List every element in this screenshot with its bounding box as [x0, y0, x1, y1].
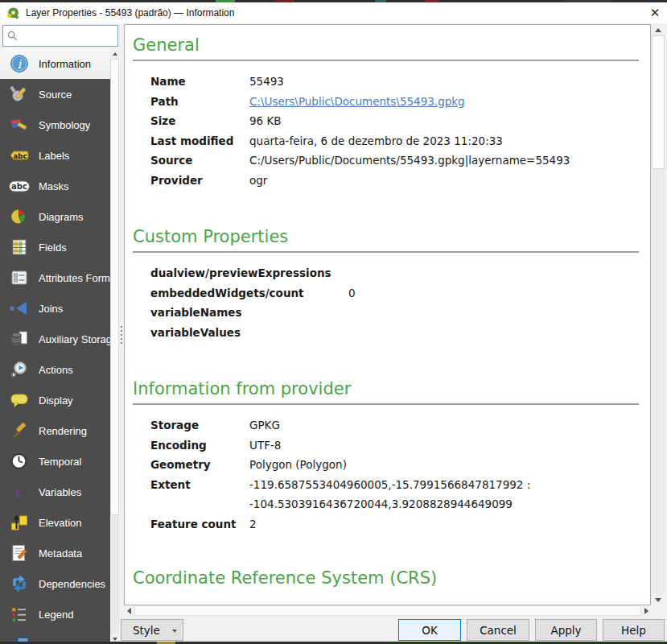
qgis-logo-icon: [6, 6, 20, 20]
sidebar-item-actions[interactable]: Actions: [0, 354, 110, 385]
custom-prop-row: variableNames: [133, 303, 639, 323]
masks-icon: abc: [7, 175, 31, 196]
cancel-button[interactable]: Cancel: [467, 619, 529, 641]
sidebar-item-temporal[interactable]: Temporal: [0, 446, 110, 477]
scroll-up-icon[interactable]: [652, 24, 665, 35]
properties-sidebar: i Information Source Symbology abc Label…: [0, 48, 110, 644]
custom-prop-row: embeddedWidgets/count 0: [133, 283, 639, 303]
sidebar-item-auxiliary-storage[interactable]: Auxiliary Storage: [0, 324, 110, 354]
auxiliary-storage-icon: [7, 328, 31, 349]
sidebar-scrollbar-thumb[interactable]: [110, 59, 119, 515]
scroll-up-icon[interactable]: [110, 48, 119, 59]
symbology-icon: [7, 114, 31, 135]
sidebar-item-symbology[interactable]: Symbology: [0, 109, 110, 140]
scroll-down-icon[interactable]: [652, 594, 665, 605]
content-hscrollbar[interactable]: [124, 605, 652, 616]
attributes-form-icon: [7, 267, 31, 288]
display-icon: [7, 390, 31, 411]
splitter-handle-icon: [121, 326, 122, 328]
sidebar-item-label: Auxiliary Storage: [39, 333, 110, 345]
info-row-size: Size 96 KB: [133, 111, 639, 131]
sidebar-item-label: Metadata: [39, 547, 82, 559]
content-hscrollbar-thumb[interactable]: [134, 605, 641, 616]
elevation-icon: [7, 512, 31, 533]
dependencies-icon: [7, 573, 31, 594]
content-vscrollbar-thumb[interactable]: [652, 35, 665, 169]
sidebar-item-rendering[interactable]: Rendering: [0, 415, 110, 446]
info-row-name: Name 55493: [133, 72, 639, 92]
metadata-icon: [7, 543, 31, 564]
info-row-last-modified: Last modified quarta-feira, 6 de dezembr…: [133, 131, 639, 151]
provider-row-feature-count: Feature count 2: [133, 514, 639, 535]
sidebar-item-label: Display: [39, 394, 73, 407]
fields-icon: [7, 237, 31, 258]
sidebar-item-source[interactable]: Source: [0, 79, 110, 109]
sidebar-scrollbar[interactable]: [110, 48, 119, 644]
provider-row-storage: Storage GPKG: [133, 415, 639, 436]
sidebar-item-label: Labels: [39, 150, 69, 162]
variables-icon: ε: [7, 481, 31, 502]
sidebar-item-label: Temporal: [39, 456, 81, 468]
sidebar-item-masks[interactable]: abc Masks: [0, 171, 110, 201]
path-link[interactable]: C:\Users\Public\Documents\55493.gpkg: [249, 95, 465, 108]
provider-row-encoding: Encoding UTF-8: [133, 436, 639, 456]
sidebar-item-label: Variables: [39, 486, 81, 498]
dialog-footer: Style OK Cancel Apply Help: [0, 616, 667, 642]
section-title-crs: Coordinate Reference System (CRS): [133, 568, 639, 588]
help-button[interactable]: Help: [603, 619, 665, 641]
information-panel: General Name 55493 Path C:\Users\Public\…: [124, 24, 651, 605]
sidebar-item-label: Actions: [39, 364, 73, 376]
sidebar-item-joins[interactable]: Joins: [0, 293, 110, 324]
sidebar-item-elevation[interactable]: Elevation: [0, 507, 110, 538]
sidebar-item-information[interactable]: i Information: [0, 48, 110, 79]
style-button[interactable]: Style: [121, 619, 183, 641]
sidebar-item-attributes-form[interactable]: Attributes Form: [0, 262, 110, 293]
sidebar-item-label: Rendering: [39, 425, 87, 437]
search-icon: [7, 31, 18, 41]
title-bar: Layer Properties - 55493 (padrão) — Info…: [0, 2, 667, 23]
sidebar-item-label: Diagrams: [39, 211, 84, 223]
sidebar-item-variables[interactable]: ε Variables: [0, 477, 110, 507]
sidebar-item-label: Elevation: [39, 517, 81, 529]
sidebar-item-label: Dependencies: [39, 578, 105, 590]
scroll-left-icon[interactable]: [124, 605, 134, 616]
panel-splitter[interactable]: [119, 24, 124, 642]
section-divider: [133, 251, 639, 253]
diagrams-icon: [7, 206, 31, 227]
rendering-icon: [7, 420, 31, 441]
sidebar-item-label: Source: [39, 89, 72, 101]
custom-prop-row: variableValues: [133, 323, 639, 343]
joins-icon: [7, 298, 31, 319]
sidebar-item-label: Fields: [39, 242, 67, 254]
sidebar-item-label: Symbology: [39, 119, 90, 131]
scroll-right-icon[interactable]: [641, 605, 652, 616]
chevron-down-icon: [172, 630, 177, 633]
sidebar-item-label: Information: [39, 58, 91, 70]
sidebar-item-label: Joins: [39, 303, 63, 315]
temporal-icon: [7, 451, 31, 472]
sidebar-item-labels[interactable]: abc Labels: [0, 140, 110, 171]
section-title-provider-info: Information from provider: [133, 379, 639, 398]
sidebar-item-fields[interactable]: Fields: [0, 232, 110, 262]
provider-row-extent: Extent -119.6587553404960005,-15.7991566…: [133, 475, 639, 495]
source-icon: [7, 84, 31, 105]
info-row-source: Source C:/Users/Public/Documents/55493.g…: [133, 151, 639, 171]
apply-button[interactable]: Apply: [535, 619, 597, 641]
info-row-provider: Provider ogr: [133, 171, 639, 191]
sidebar-item-label: Attributes Form: [39, 272, 110, 284]
section-title-custom-properties: Custom Properties: [133, 227, 639, 246]
sidebar-item-diagrams[interactable]: Diagrams: [0, 201, 110, 232]
sidebar-item-metadata[interactable]: Metadata: [0, 538, 110, 568]
close-icon[interactable]: ✕: [643, 2, 667, 23]
svg-text:abc: abc: [11, 182, 27, 191]
background-strip-top: [0, 0, 667, 2]
sidebar-item-dependencies[interactable]: Dependencies: [0, 568, 110, 599]
svg-text:ε: ε: [15, 484, 23, 500]
sidebar-search[interactable]: [2, 25, 118, 47]
ok-button[interactable]: OK: [398, 619, 461, 641]
section-divider: [133, 403, 639, 405]
sidebar-item-display[interactable]: Display: [0, 385, 110, 415]
info-row-path: Path C:\Users\Public\Documents\55493.gpk…: [133, 92, 639, 112]
content-vscrollbar[interactable]: [652, 24, 665, 605]
provider-row-geometry: Geometry Polygon (Polygon): [133, 455, 639, 475]
